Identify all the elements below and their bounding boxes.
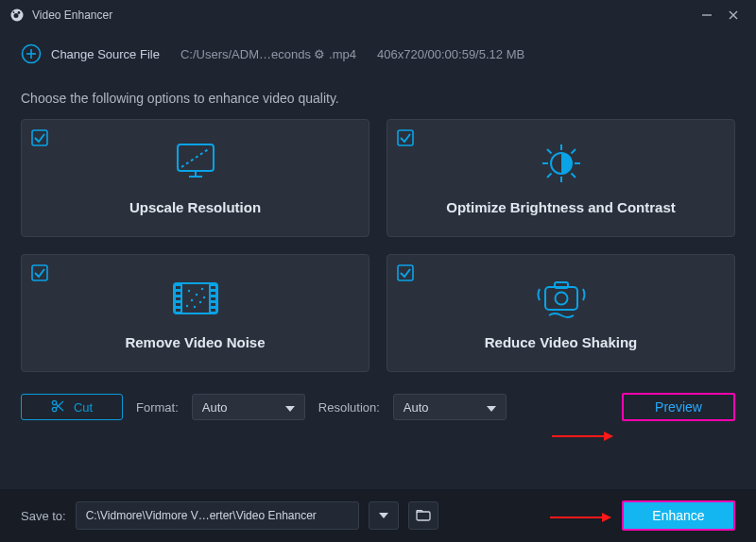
options-grid: Upscale Resolution Optimize Brightness a… bbox=[0, 119, 756, 372]
save-path-dropdown[interactable] bbox=[369, 501, 399, 530]
preview-label: Preview bbox=[655, 399, 702, 415]
option-label: Remove Video Noise bbox=[125, 334, 265, 350]
svg-rect-36 bbox=[211, 297, 215, 300]
cut-button[interactable]: Cut bbox=[21, 394, 123, 420]
change-source-button[interactable]: Change Source File bbox=[21, 43, 160, 64]
svg-rect-25 bbox=[32, 265, 47, 280]
brightness-icon bbox=[535, 141, 588, 186]
svg-point-3 bbox=[13, 11, 15, 13]
resolution-select[interactable]: Auto bbox=[393, 394, 507, 420]
svg-marker-57 bbox=[379, 513, 388, 518]
plus-circle-icon bbox=[21, 43, 42, 64]
checkbox-icon[interactable] bbox=[31, 264, 48, 281]
svg-rect-49 bbox=[555, 282, 568, 288]
minimize-button[interactable] bbox=[694, 4, 720, 26]
svg-rect-37 bbox=[211, 303, 215, 306]
chevron-down-icon bbox=[487, 400, 496, 415]
svg-line-22 bbox=[571, 174, 576, 178]
option-label: Reduce Video Shaking bbox=[485, 334, 637, 350]
annotation-arrow bbox=[552, 435, 612, 437]
svg-rect-34 bbox=[211, 286, 215, 289]
option-remove-noise[interactable]: Remove Video Noise bbox=[21, 254, 369, 372]
footer-bar: Save to: C:\Vidmore\Vidmore V…erter\Vide… bbox=[0, 489, 756, 542]
svg-point-39 bbox=[187, 290, 189, 292]
svg-rect-29 bbox=[176, 286, 180, 289]
upscale-icon bbox=[168, 141, 223, 186]
preview-button[interactable]: Preview bbox=[622, 393, 735, 421]
open-folder-button[interactable] bbox=[408, 501, 438, 530]
svg-point-43 bbox=[198, 301, 200, 303]
svg-rect-47 bbox=[398, 265, 413, 280]
resolution-label: Resolution: bbox=[318, 400, 380, 415]
svg-rect-58 bbox=[417, 512, 430, 520]
camera-shake-icon bbox=[534, 276, 589, 321]
svg-rect-38 bbox=[211, 309, 215, 312]
format-select[interactable]: Auto bbox=[192, 394, 305, 420]
option-label: Optimize Brightness and Contrast bbox=[446, 199, 676, 215]
format-label: Format: bbox=[136, 400, 179, 415]
save-path-value: C:\Vidmore\Vidmore V…erter\Video Enhance… bbox=[86, 509, 317, 522]
svg-point-46 bbox=[185, 305, 187, 307]
svg-point-41 bbox=[200, 288, 202, 290]
svg-line-24 bbox=[547, 174, 552, 178]
scissors-icon bbox=[51, 399, 64, 415]
save-path-field[interactable]: C:\Vidmore\Vidmore V…erter\Video Enhance… bbox=[76, 501, 359, 530]
cut-label: Cut bbox=[74, 400, 93, 415]
instruction-text: Choose the following options to enhance … bbox=[0, 74, 756, 119]
saveto-label: Save to: bbox=[21, 509, 66, 523]
svg-rect-35 bbox=[211, 292, 215, 295]
title-bar: Video Enhancer bbox=[0, 0, 756, 30]
svg-point-50 bbox=[555, 293, 567, 305]
svg-point-42 bbox=[190, 299, 192, 301]
svg-rect-10 bbox=[32, 130, 47, 145]
enhance-label: Enhance bbox=[652, 508, 704, 523]
close-button[interactable] bbox=[720, 4, 747, 26]
svg-line-23 bbox=[571, 149, 576, 154]
svg-point-2 bbox=[18, 11, 21, 14]
svg-rect-48 bbox=[545, 287, 577, 310]
chevron-down-icon bbox=[285, 400, 295, 415]
svg-point-1 bbox=[14, 13, 19, 18]
change-source-label: Change Source File bbox=[51, 47, 160, 61]
folder-icon bbox=[416, 510, 431, 521]
svg-marker-55 bbox=[285, 406, 295, 412]
format-value: Auto bbox=[202, 400, 228, 415]
annotation-arrow bbox=[550, 517, 610, 518]
svg-point-45 bbox=[202, 296, 204, 298]
enhance-button[interactable]: Enhance bbox=[622, 500, 735, 531]
app-title: Video Enhancer bbox=[32, 8, 112, 22]
svg-rect-32 bbox=[176, 303, 180, 306]
option-upscale-resolution[interactable]: Upscale Resolution bbox=[21, 119, 369, 237]
svg-line-21 bbox=[547, 149, 552, 154]
option-brightness-contrast[interactable]: Optimize Brightness and Contrast bbox=[387, 119, 735, 237]
noise-icon bbox=[168, 276, 223, 321]
controls-row: Cut Format: Auto Resolution: Auto Previe… bbox=[0, 372, 756, 421]
svg-line-12 bbox=[181, 148, 210, 167]
source-path: C:/Users/ADM…econds ⚙ .mp4 bbox=[180, 47, 356, 61]
resolution-value: Auto bbox=[404, 400, 429, 415]
svg-point-40 bbox=[195, 294, 197, 296]
source-bar: Change Source File C:/Users/ADM…econds ⚙… bbox=[0, 30, 756, 74]
svg-point-44 bbox=[193, 306, 195, 308]
svg-rect-31 bbox=[176, 297, 180, 300]
checkbox-icon[interactable] bbox=[397, 264, 414, 281]
app-icon bbox=[9, 8, 25, 23]
svg-rect-15 bbox=[398, 130, 413, 145]
checkbox-icon[interactable] bbox=[397, 129, 414, 146]
checkbox-icon[interactable] bbox=[31, 129, 48, 146]
option-reduce-shaking[interactable]: Reduce Video Shaking bbox=[387, 254, 735, 372]
svg-rect-30 bbox=[176, 292, 180, 295]
chevron-down-icon bbox=[379, 513, 388, 518]
svg-marker-56 bbox=[487, 406, 496, 412]
source-meta: 406x720/00:00:59/5.12 MB bbox=[377, 47, 524, 61]
option-label: Upscale Resolution bbox=[129, 199, 261, 215]
svg-rect-33 bbox=[176, 309, 180, 312]
